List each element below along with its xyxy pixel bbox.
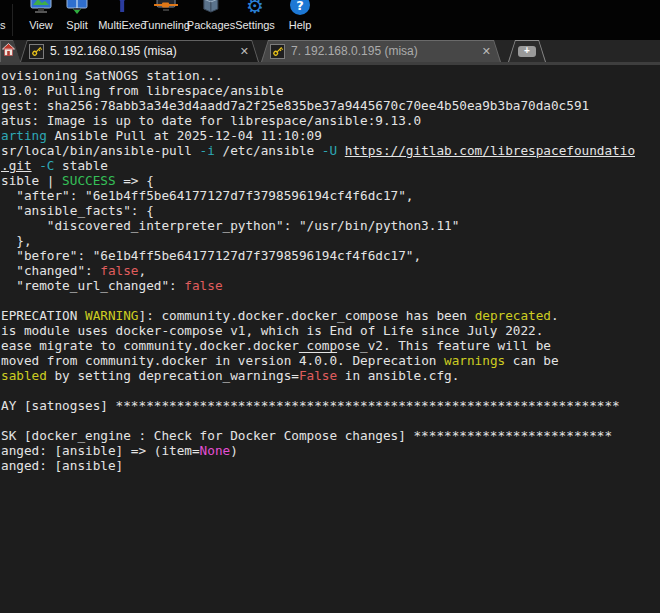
toolbar-button-help[interactable]: ? Help (285, 0, 315, 40)
toolbar-label: MultiExec (98, 19, 146, 31)
terminal-line: atus: Image is up to date for librespace… (1, 113, 660, 128)
terminal-line: ease migrate to community.docker.docker_… (1, 338, 660, 353)
multiexec-icon (107, 0, 137, 17)
toolbar-button-multiexec[interactable]: MultiExec (98, 0, 146, 40)
terminal-line: gest: sha256:78abb3a34e3d4aadd7a2f25e835… (1, 98, 660, 113)
terminal-line: "remote_url_changed": false (1, 278, 660, 293)
toolbar-button-split[interactable]: Split (62, 0, 92, 40)
terminal-output: ovisioning SatNOGS station...13.0: Pulli… (1, 68, 660, 473)
toolbar-label: View (29, 19, 53, 31)
terminal-line: sible | SUCCESS => { (1, 173, 660, 188)
toolbar-button-tunneling[interactable]: Tunneling (142, 0, 190, 40)
terminal-line: "discovered_interpreter_python": "/usr/b… (1, 218, 660, 233)
terminal-line: "changed": false, (1, 263, 660, 278)
view-icon (26, 0, 56, 17)
toolbar-label: Split (66, 19, 87, 31)
toolbar-button-view[interactable]: View (26, 0, 56, 40)
terminal-line: EPRECATION WARNING]: community.docker.do… (1, 308, 660, 323)
settings-icon: ⚙ (240, 0, 270, 17)
toolbar: s View Split MultiExec Tunneling Package… (0, 0, 660, 40)
tab-bar: 5. 192.168.0.195 (misa) ✕ 7. 192.168.0.1… (0, 40, 660, 65)
terminal-line: "after": "6e1b4ff5be64177127d7f379859619… (1, 188, 660, 203)
new-tab-button[interactable]: + (508, 40, 546, 62)
terminal-line: 13.0: Pulling from librespace/ansible (1, 83, 660, 98)
terminal-line: anged: [ansible] => (item=None) (1, 443, 660, 458)
toolbar-separator (12, 4, 13, 36)
terminal-line: "ansible_facts": { (1, 203, 660, 218)
tab-session-5[interactable]: 5. 192.168.0.195 (misa) ✕ (20, 40, 259, 62)
terminal-line: ovisioning SatNOGS station... (1, 68, 660, 83)
toolbar-label: Settings (235, 19, 275, 31)
terminal-line: arting Ansible Pull at 2025-12-04 11:10:… (1, 128, 660, 143)
key-icon (270, 44, 285, 59)
terminal-line: AY [satnogses] *************************… (1, 398, 660, 413)
toolbar-label: Packages (187, 19, 235, 31)
tab-label: 5. 192.168.0.195 (misa) (50, 44, 177, 58)
terminal-line: }, (1, 233, 660, 248)
tab-label: 7. 192.168.0.195 (misa) (291, 44, 418, 58)
terminal-line: moved from community.docker in version 4… (1, 353, 660, 368)
toolbar-button-sessions-partial[interactable]: s (0, 0, 8, 40)
terminal-line (1, 293, 660, 308)
sessions-icon (0, 0, 8, 17)
help-icon: ? (285, 0, 315, 17)
terminal-line: sr/local/bin/ansible-pull -i /etc/ansibl… (1, 143, 660, 158)
close-icon[interactable]: ✕ (476, 45, 501, 58)
split-icon (62, 0, 92, 17)
toolbar-button-settings[interactable]: ⚙ Settings (235, 0, 275, 40)
terminal-line (1, 413, 660, 428)
terminal-line: anged: [ansible] (1, 458, 660, 473)
tab-session-7[interactable]: 7. 192.168.0.195 (misa) ✕ (261, 40, 501, 62)
close-icon[interactable]: ✕ (234, 45, 259, 58)
toolbar-label: Tunneling (142, 19, 190, 31)
svg-text:?: ? (296, 0, 304, 13)
packages-icon (196, 0, 226, 17)
terminal-line: SK [docker_engine : Check for Docker Com… (1, 428, 660, 443)
terminal-line: .git -C stable (1, 158, 660, 173)
plus-icon: + (518, 46, 536, 57)
toolbar-label: Help (289, 19, 312, 31)
tab-home[interactable] (0, 40, 21, 62)
terminal-line: is module uses docker-compose v1, which … (1, 323, 660, 338)
tunneling-icon (151, 0, 181, 17)
toolbar-button-packages[interactable]: Packages (187, 0, 235, 40)
terminal-line: sabled by setting deprecation_warnings=F… (1, 368, 660, 383)
toolbar-label: s (0, 19, 6, 31)
key-icon (29, 44, 44, 59)
terminal-line: "before": "6e1b4ff5be64177127d7f37985961… (1, 248, 660, 263)
terminal-viewport[interactable]: ovisioning SatNOGS station...13.0: Pulli… (0, 65, 660, 613)
home-icon (2, 42, 15, 60)
terminal-line (1, 383, 660, 398)
